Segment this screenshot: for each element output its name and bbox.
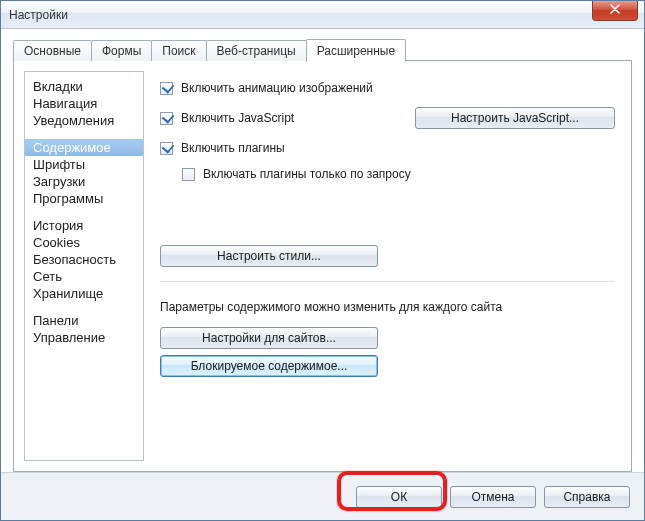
advanced-sidebar: Вкладки Навигация Уведомления Содержимое… [24,71,144,461]
checkbox-enable-js[interactable] [160,112,173,125]
checkbox-enable-image-anim[interactable] [160,82,173,95]
row-plugins-on-demand: Включать плагины только по запросу [160,161,615,187]
row-enable-image-anim: Включить анимацию изображений [160,75,615,101]
settings-window: Настройки Основные Формы Поиск Веб-стран… [0,0,645,521]
tab-forms[interactable]: Формы [91,40,152,61]
separator [160,281,615,282]
sidebar-item-notifications[interactable]: Уведомления [25,112,143,129]
client-area: Основные Формы Поиск Веб-страницы Расшир… [1,29,644,472]
tab-advanced[interactable]: Расширенные [306,39,407,62]
checkbox-plugins-on-demand[interactable] [182,168,195,181]
sidebar-item-panels[interactable]: Панели [25,312,143,329]
site-settings-button[interactable]: Настройки для сайтов... [160,327,378,349]
content-pane: Включить анимацию изображений Включить J… [154,71,621,461]
sidebar-item-history[interactable]: История [25,217,143,234]
checkbox-enable-plugins[interactable] [160,142,173,155]
label-enable-js: Включить JavaScript [181,111,294,125]
site-params-description: Параметры содержимого можно изменить для… [160,294,615,324]
sidebar-item-fonts[interactable]: Шрифты [25,156,143,173]
titlebar: Настройки [1,1,644,29]
row-configure-styles: Настроить стили... [160,239,615,273]
label-enable-image-anim: Включить анимацию изображений [181,81,373,95]
configure-js-button[interactable]: Настроить JavaScript... [415,107,615,129]
help-button[interactable]: Справка [544,486,630,508]
sidebar-item-downloads[interactable]: Загрузки [25,173,143,190]
window-title: Настройки [9,8,68,22]
tab-webpages[interactable]: Веб-страницы [206,40,307,61]
close-icon [610,4,620,14]
label-plugins-on-demand: Включать плагины только по запросу [203,167,411,181]
sidebar-item-storage[interactable]: Хранилище [25,285,143,302]
dialog-footer: ОК Отмена Справка [1,472,644,520]
cancel-button[interactable]: Отмена [450,486,536,508]
blocked-content-button[interactable]: Блокируемое содержимое... [160,355,378,377]
tab-search[interactable]: Поиск [151,40,206,61]
sidebar-item-security[interactable]: Безопасность [25,251,143,268]
label-enable-plugins: Включить плагины [181,141,285,155]
sidebar-item-content[interactable]: Содержимое [25,139,143,156]
configure-styles-button[interactable]: Настроить стили... [160,245,378,267]
row-site-settings: Настройки для сайтов... [160,324,615,352]
close-button[interactable] [592,1,638,21]
ok-button[interactable]: ОК [356,486,442,508]
row-enable-js: Включить JavaScript Настроить JavaScript… [160,101,615,135]
sidebar-item-programs[interactable]: Программы [25,190,143,207]
row-blocked-content: Блокируемое содержимое... [160,352,615,380]
tab-panel-advanced: Вкладки Навигация Уведомления Содержимое… [13,60,632,472]
sidebar-item-cookies[interactable]: Cookies [25,234,143,251]
sidebar-item-navigation[interactable]: Навигация [25,95,143,112]
row-enable-plugins: Включить плагины [160,135,615,161]
tab-general[interactable]: Основные [13,40,92,61]
sidebar-item-network[interactable]: Сеть [25,268,143,285]
sidebar-item-management[interactable]: Управление [25,329,143,346]
tab-strip: Основные Формы Поиск Веб-страницы Расшир… [13,39,632,61]
sidebar-item-tabs[interactable]: Вкладки [25,78,143,95]
